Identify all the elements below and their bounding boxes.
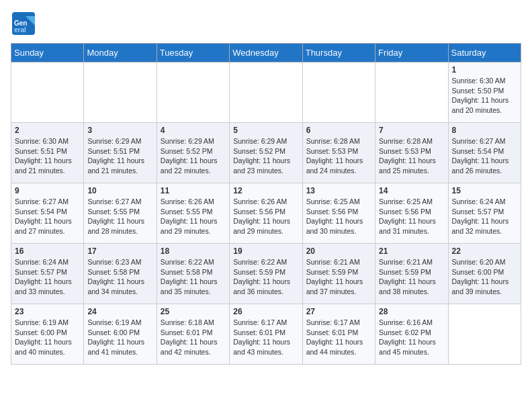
- day-info: Sunrise: 6:16 AM Sunset: 6:02 PM Dayligh…: [379, 318, 444, 357]
- day-info: Sunrise: 6:20 AM Sunset: 6:00 PM Dayligh…: [452, 257, 517, 297]
- calendar-cell: 6Sunrise: 6:28 AM Sunset: 5:53 PM Daylig…: [302, 123, 375, 183]
- calendar-cell: 2Sunrise: 6:30 AM Sunset: 5:51 PM Daylig…: [11, 123, 84, 183]
- day-info: Sunrise: 6:29 AM Sunset: 5:51 PM Dayligh…: [87, 136, 152, 176]
- calendar-cell: 23Sunrise: 6:19 AM Sunset: 6:00 PM Dayli…: [11, 304, 84, 365]
- day-number: 26: [233, 307, 298, 316]
- day-number: 19: [233, 246, 298, 256]
- day-info: Sunrise: 6:17 AM Sunset: 6:01 PM Dayligh…: [233, 318, 298, 357]
- day-info: Sunrise: 6:24 AM Sunset: 5:57 PM Dayligh…: [15, 257, 80, 297]
- day-info: Sunrise: 6:29 AM Sunset: 5:52 PM Dayligh…: [233, 136, 298, 176]
- calendar-cell: 10Sunrise: 6:27 AM Sunset: 5:55 PM Dayli…: [84, 183, 157, 244]
- calendar-cell: 3Sunrise: 6:29 AM Sunset: 5:51 PM Daylig…: [84, 123, 157, 183]
- calendar-cell: 14Sunrise: 6:25 AM Sunset: 5:56 PM Dayli…: [375, 183, 448, 244]
- day-info: Sunrise: 6:18 AM Sunset: 6:01 PM Dayligh…: [161, 318, 226, 357]
- day-number: 9: [15, 186, 80, 195]
- day-info: Sunrise: 6:26 AM Sunset: 5:55 PM Dayligh…: [161, 197, 226, 236]
- day-number: 10: [87, 186, 152, 195]
- weekday-header-saturday: Saturday: [448, 44, 521, 62]
- calendar-cell: [302, 62, 375, 123]
- day-number: 20: [306, 246, 371, 256]
- day-number: 11: [161, 186, 226, 195]
- day-number: 7: [379, 126, 444, 135]
- calendar-cell: [84, 62, 157, 123]
- day-info: Sunrise: 6:27 AM Sunset: 5:54 PM Dayligh…: [15, 197, 80, 236]
- week-row-5: 23Sunrise: 6:19 AM Sunset: 6:00 PM Dayli…: [11, 304, 521, 365]
- day-number: 21: [379, 246, 444, 256]
- svg-text:eral: eral: [14, 26, 26, 34]
- day-number: 4: [161, 126, 226, 135]
- calendar-table: SundayMondayTuesdayWednesdayThursdayFrid…: [11, 43, 521, 365]
- day-info: Sunrise: 6:22 AM Sunset: 5:58 PM Dayligh…: [161, 257, 226, 297]
- day-number: 27: [306, 307, 371, 316]
- weekday-header-row: SundayMondayTuesdayWednesdayThursdayFrid…: [11, 44, 521, 62]
- day-number: 18: [161, 246, 226, 256]
- weekday-header-sunday: Sunday: [11, 44, 84, 62]
- calendar-cell: 9Sunrise: 6:27 AM Sunset: 5:54 PM Daylig…: [11, 183, 84, 244]
- day-number: 8: [452, 126, 517, 135]
- calendar-cell: 7Sunrise: 6:28 AM Sunset: 5:53 PM Daylig…: [375, 123, 448, 183]
- day-info: Sunrise: 6:30 AM Sunset: 5:51 PM Dayligh…: [15, 136, 80, 176]
- day-number: 16: [15, 246, 80, 256]
- weekday-header-friday: Friday: [375, 44, 448, 62]
- week-row-3: 9Sunrise: 6:27 AM Sunset: 5:54 PM Daylig…: [11, 183, 521, 244]
- calendar-cell: 12Sunrise: 6:26 AM Sunset: 5:56 PM Dayli…: [230, 183, 302, 244]
- week-row-1: 1Sunrise: 6:30 AM Sunset: 5:50 PM Daylig…: [11, 62, 521, 123]
- day-info: Sunrise: 6:28 AM Sunset: 5:53 PM Dayligh…: [306, 136, 371, 176]
- day-number: 13: [306, 186, 371, 195]
- calendar-cell: 11Sunrise: 6:26 AM Sunset: 5:55 PM Dayli…: [157, 183, 229, 244]
- calendar-cell: 4Sunrise: 6:29 AM Sunset: 5:52 PM Daylig…: [157, 123, 229, 183]
- day-info: Sunrise: 6:30 AM Sunset: 5:50 PM Dayligh…: [452, 76, 517, 116]
- day-info: Sunrise: 6:22 AM Sunset: 5:59 PM Dayligh…: [233, 257, 298, 297]
- day-number: 6: [306, 126, 371, 135]
- calendar-cell: [230, 62, 302, 123]
- day-info: Sunrise: 6:23 AM Sunset: 5:58 PM Dayligh…: [87, 257, 152, 297]
- day-info: Sunrise: 6:25 AM Sunset: 5:56 PM Dayligh…: [379, 197, 444, 236]
- day-number: 5: [233, 126, 298, 135]
- day-number: 3: [87, 126, 152, 135]
- calendar-cell: 16Sunrise: 6:24 AM Sunset: 5:57 PM Dayli…: [11, 244, 84, 304]
- day-number: 22: [452, 246, 517, 256]
- calendar-cell: 26Sunrise: 6:17 AM Sunset: 6:01 PM Dayli…: [230, 304, 302, 365]
- calendar-cell: 24Sunrise: 6:19 AM Sunset: 6:00 PM Dayli…: [84, 304, 157, 365]
- calendar-cell: 20Sunrise: 6:21 AM Sunset: 5:59 PM Dayli…: [302, 244, 375, 304]
- calendar-cell: 1Sunrise: 6:30 AM Sunset: 5:50 PM Daylig…: [448, 62, 521, 123]
- calendar-cell: [11, 62, 84, 123]
- day-info: Sunrise: 6:26 AM Sunset: 5:56 PM Dayligh…: [233, 197, 298, 236]
- week-row-4: 16Sunrise: 6:24 AM Sunset: 5:57 PM Dayli…: [11, 244, 521, 304]
- calendar-cell: 5Sunrise: 6:29 AM Sunset: 5:52 PM Daylig…: [230, 123, 302, 183]
- calendar-cell: 17Sunrise: 6:23 AM Sunset: 5:58 PM Dayli…: [84, 244, 157, 304]
- calendar-cell: 25Sunrise: 6:18 AM Sunset: 6:01 PM Dayli…: [157, 304, 229, 365]
- day-info: Sunrise: 6:17 AM Sunset: 6:01 PM Dayligh…: [306, 318, 371, 357]
- day-info: Sunrise: 6:27 AM Sunset: 5:55 PM Dayligh…: [87, 197, 152, 236]
- week-row-2: 2Sunrise: 6:30 AM Sunset: 5:51 PM Daylig…: [11, 123, 521, 183]
- day-number: 15: [452, 186, 517, 195]
- logo: Gen eral: [11, 11, 39, 39]
- day-info: Sunrise: 6:24 AM Sunset: 5:57 PM Dayligh…: [452, 197, 517, 236]
- day-info: Sunrise: 6:27 AM Sunset: 5:54 PM Dayligh…: [452, 136, 517, 176]
- weekday-header-thursday: Thursday: [302, 44, 375, 62]
- day-number: 12: [233, 186, 298, 195]
- calendar-cell: 28Sunrise: 6:16 AM Sunset: 6:02 PM Dayli…: [375, 304, 448, 365]
- calendar-cell: 15Sunrise: 6:24 AM Sunset: 5:57 PM Dayli…: [448, 183, 521, 244]
- day-number: 1: [452, 65, 517, 75]
- day-number: 14: [379, 186, 444, 195]
- day-info: Sunrise: 6:21 AM Sunset: 5:59 PM Dayligh…: [379, 257, 444, 297]
- day-number: 17: [87, 246, 152, 256]
- calendar-cell: 13Sunrise: 6:25 AM Sunset: 5:56 PM Dayli…: [302, 183, 375, 244]
- page-header: Gen eral: [11, 11, 521, 39]
- calendar-cell: 21Sunrise: 6:21 AM Sunset: 5:59 PM Dayli…: [375, 244, 448, 304]
- weekday-header-tuesday: Tuesday: [157, 44, 229, 62]
- day-info: Sunrise: 6:19 AM Sunset: 6:00 PM Dayligh…: [15, 318, 80, 357]
- day-info: Sunrise: 6:19 AM Sunset: 6:00 PM Dayligh…: [87, 318, 152, 357]
- calendar-cell: 22Sunrise: 6:20 AM Sunset: 6:00 PM Dayli…: [448, 244, 521, 304]
- logo-icon: Gen eral: [11, 11, 36, 39]
- weekday-header-wednesday: Wednesday: [230, 44, 302, 62]
- day-number: 25: [161, 307, 226, 316]
- weekday-header-monday: Monday: [84, 44, 157, 62]
- day-info: Sunrise: 6:28 AM Sunset: 5:53 PM Dayligh…: [379, 136, 444, 176]
- calendar-cell: [157, 62, 229, 123]
- calendar-cell: 19Sunrise: 6:22 AM Sunset: 5:59 PM Dayli…: [230, 244, 302, 304]
- day-number: 2: [15, 126, 80, 135]
- day-number: 23: [15, 307, 80, 316]
- calendar-cell: [375, 62, 448, 123]
